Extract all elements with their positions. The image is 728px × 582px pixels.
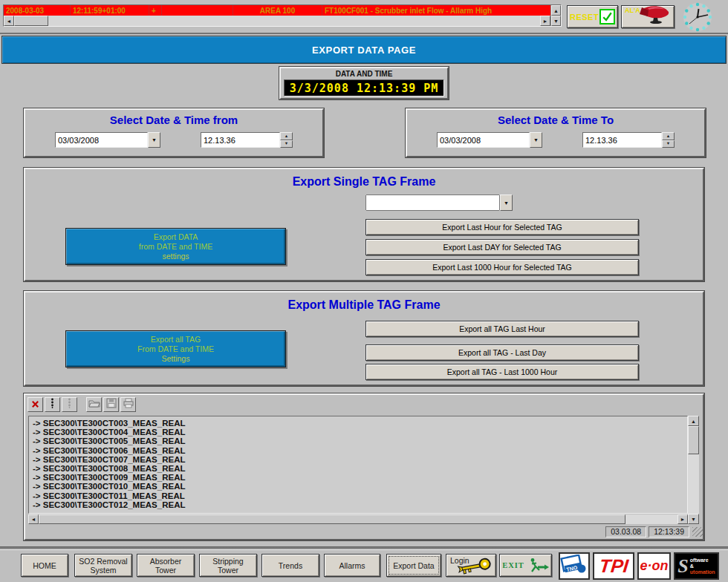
button-line: Settings — [162, 354, 190, 364]
delete-button[interactable] — [27, 397, 43, 412]
from-time-input[interactable] — [201, 132, 280, 148]
scroll-track[interactable] — [625, 514, 677, 524]
list-item[interactable]: -> SEC300\TE300CT012_MEAS_REAL — [33, 500, 687, 509]
export-all-tag-last-hour-button[interactable]: Export all TAG Last Hour — [365, 321, 639, 337]
spin-up-icon[interactable]: ▲ — [280, 132, 293, 140]
tag-select-input[interactable] — [365, 194, 500, 211]
export-all-tag-last-day-button[interactable]: Export all TAG - Last Day — [365, 344, 639, 361]
scroll-up-icon[interactable]: ▲ — [688, 416, 699, 426]
from-date-input[interactable] — [55, 132, 148, 148]
to-date-combo: ▼ — [437, 132, 542, 148]
nav-home-button[interactable]: HOME — [21, 554, 68, 577]
sort-ascending-button[interactable] — [45, 397, 60, 412]
list-item[interactable]: -> SEC300\TE300CT011_MEAS_REAL — [33, 491, 687, 500]
tpi-text: TPI — [598, 555, 629, 577]
list-item[interactable]: -> SEC300\TE300CT009_MEAS_REAL — [33, 473, 687, 482]
alarm-scroll-thumb[interactable] — [14, 16, 48, 26]
nav-trends-button[interactable]: Trends — [261, 554, 319, 577]
sa-line: utomation — [690, 569, 715, 575]
scroll-thumb[interactable] — [688, 426, 699, 454]
scroll-down-icon[interactable]: ▼ — [688, 514, 699, 524]
analog-clock-icon — [680, 1, 715, 36]
scroll-track[interactable] — [688, 454, 699, 514]
resize-grip[interactable] — [692, 527, 703, 537]
key-icon — [456, 558, 495, 575]
vertical-dots-icon — [51, 398, 54, 411]
alarm-time: 12:11:59+01:00 — [71, 5, 149, 16]
scroll-thumb[interactable] — [39, 514, 625, 524]
login-button[interactable]: Login — [446, 554, 496, 577]
scroll-right-icon[interactable]: ► — [540, 16, 550, 26]
from-time-spinner: ▲ ▼ — [201, 132, 293, 148]
scroll-left-icon[interactable]: ◄ — [28, 514, 39, 524]
alarm-state-flag: + — [149, 5, 162, 16]
multiple-tag-title: Export Multiple TAG Frame — [25, 298, 703, 312]
sort-descending-button[interactable] — [62, 397, 77, 412]
list-item[interactable]: -> SEC300\TE300CT004_MEAS_REAL — [33, 428, 687, 436]
list-item[interactable]: -> SEC300\TE300CT010_MEAS_REAL — [33, 482, 687, 491]
save-button[interactable] — [103, 397, 119, 412]
reset-label: RESET — [570, 13, 599, 22]
exit-button[interactable]: EXIT — [499, 554, 552, 577]
checkmark-icon — [599, 9, 615, 24]
button-line: Export all TAG — [151, 335, 201, 344]
print-button[interactable] — [120, 397, 136, 412]
log-toolbar — [27, 397, 136, 413]
button-line: from DATE and TIME — [139, 242, 212, 252]
floppy-disk-icon — [106, 398, 117, 411]
spin-up-icon[interactable]: ▲ — [662, 132, 675, 140]
list-horizontal-scrollbar: ◄ ► — [28, 514, 688, 524]
alarm-scroll-track[interactable] — [48, 16, 540, 26]
spin-down-icon[interactable]: ▼ — [662, 140, 675, 148]
list-item[interactable]: -> SEC300\TE300CT005_MEAS_REAL — [33, 436, 687, 445]
scroll-down-icon[interactable]: ▼ — [551, 16, 561, 26]
export-last-day-selected-tag-button[interactable]: Export Last DAY for Selected TAG — [365, 239, 639, 255]
scroll-up-icon[interactable]: ▲ — [551, 5, 561, 16]
nav-stripping-tower-button[interactable]: Stripping Tower — [199, 554, 257, 577]
list-item[interactable]: -> SEC300\TE300CT008_MEAS_REAL — [33, 464, 687, 473]
exit-label: EXIT — [502, 561, 524, 570]
range-to-title: Select Date & Time To — [407, 114, 704, 126]
single-tag-title: Export Single TAG Frame — [25, 175, 703, 189]
single-tag-frame: Export Single TAG Frame ▼ Export DATA fr… — [24, 168, 704, 281]
datetime-display-value: 3/3/2008 12:13:39 PM — [284, 79, 444, 97]
alarm-ack-button[interactable]: AL'A — [621, 5, 675, 28]
to-date-input[interactable] — [437, 132, 530, 148]
chevron-down-icon[interactable]: ▼ — [530, 132, 542, 148]
folder-open-icon — [88, 398, 100, 411]
alarm-line[interactable]: 2008-03-03 12:11:59+01:00 + AREA 100 FT1… — [4, 5, 550, 16]
eon-text: e·on — [640, 558, 669, 574]
export-all-tag-last-1000h-button[interactable]: Export all TAG - Last 1000 Hour — [365, 364, 639, 380]
horn-icon — [634, 4, 673, 27]
chevron-down-icon[interactable]: ▼ — [500, 194, 513, 211]
spin-down-icon[interactable]: ▼ — [280, 140, 293, 148]
datetime-display-panel: DATA AND TIME 3/3/2008 12:13:39 PM — [279, 67, 449, 99]
list-item[interactable]: -> SEC300\TE300CT003_MEAS_REAL — [33, 419, 687, 428]
scroll-left-icon[interactable]: ◄ — [4, 16, 14, 26]
reset-button[interactable]: RESET — [567, 5, 618, 28]
export-all-tag-from-settings-button[interactable]: Export all TAG From DATE and TIME Settin… — [65, 330, 286, 367]
chevron-down-icon[interactable]: ▼ — [148, 132, 160, 148]
list-item[interactable]: -> SEC300\TE300CT007_MEAS_REAL — [33, 455, 687, 464]
from-date-combo: ▼ — [55, 132, 160, 148]
nav-so2-removal-button[interactable]: SO2 Removal System — [74, 554, 132, 577]
nav-allarms-button[interactable]: Allarms — [324, 554, 380, 577]
nav-absorber-tower-button[interactable]: Absorber Tower — [137, 554, 195, 577]
range-from-panel: Select Date & Time from ▼ ▲ ▼ — [24, 108, 324, 157]
list-item[interactable]: -> SEC300\TE300CT006_MEAS_REAL — [33, 446, 687, 455]
export-last-1000h-selected-tag-button[interactable]: Export Last 1000 Hour for Selected TAG — [365, 259, 639, 275]
open-button[interactable] — [86, 397, 102, 412]
to-time-input[interactable] — [582, 132, 662, 148]
scroll-right-icon[interactable]: ► — [677, 514, 688, 524]
eon-logo: e·on — [637, 552, 671, 580]
export-log-panel: -> SEC300\TE300CT003_MEAS_REAL -> SEC300… — [24, 393, 704, 540]
alarm-banner: 2008-03-03 12:11:59+01:00 + AREA 100 FT1… — [3, 4, 562, 27]
exit-running-man-icon — [527, 558, 549, 574]
navigation-bar: HOME SO2 Removal System Absorber Tower S… — [0, 549, 728, 582]
export-data-page: 2008-03-03 12:11:59+01:00 + AREA 100 FT1… — [0, 0, 728, 582]
sa-line: & — [690, 563, 694, 569]
export-data-from-settings-button[interactable]: Export DATA from DATE and TIME settings — [65, 228, 286, 265]
sa-line: oftware — [690, 558, 709, 563]
nav-export-data-button[interactable]: Export Data — [386, 554, 441, 577]
export-last-hour-selected-tag-button[interactable]: Export Last Hour for Selected TAG — [365, 219, 639, 235]
